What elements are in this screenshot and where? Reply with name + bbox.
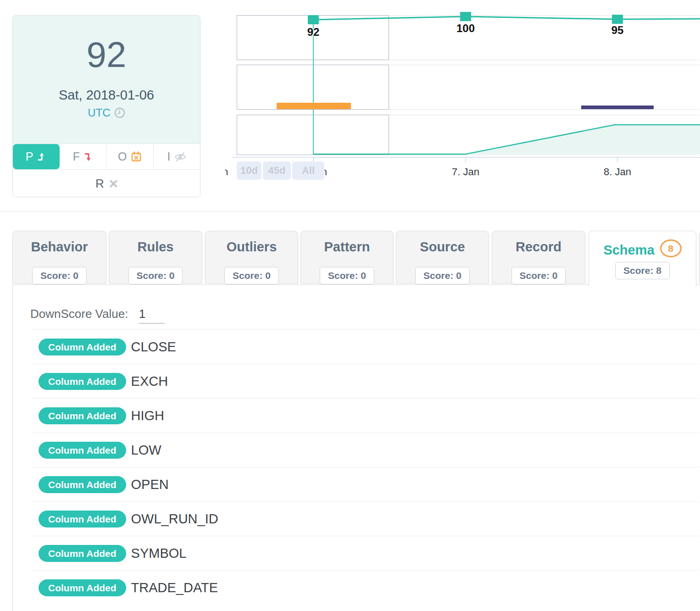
x-mark-icon [110, 180, 117, 188]
score-filter-buttons: P F O [13, 144, 200, 170]
tab-schema-label: Schema [603, 243, 654, 258]
column-name: CLOSE [131, 339, 176, 355]
schema-row-symbol[interactable]: Column Added SYMBOL [31, 536, 700, 570]
column-added-badge: Column Added [39, 511, 126, 528]
column-name: OPEN [131, 477, 169, 492]
score-card: 92 Sat, 2018-01-06 UTC P F [12, 15, 200, 197]
score-value: 92 [13, 16, 200, 76]
schema-row-exch[interactable]: Column Added EXCH [31, 364, 700, 398]
tab-source[interactable]: Source Score: 0 [396, 231, 489, 283]
tab-schema[interactable]: Schema8 Score: 8 [589, 231, 696, 286]
score-card-top: 92 Sat, 2018-01-06 UTC [13, 16, 200, 144]
schema-row-owl-run-id[interactable]: Column Added OWL_RUN_ID [31, 501, 700, 536]
selected-day-box-bottom[interactable] [237, 115, 389, 155]
column-name: HIGH [131, 408, 165, 423]
eye-slash-icon [174, 152, 186, 162]
downscore-row: DownScore Value: 1 [30, 307, 165, 324]
clock-icon[interactable] [114, 107, 125, 118]
column-name: LOW [131, 443, 161, 458]
tab-source-label: Source [396, 239, 489, 255]
tab-record-label: Record [492, 239, 585, 255]
tab-outliers-label: Outliers [206, 239, 298, 255]
schema-row-open[interactable]: Column Added OPEN [31, 467, 700, 501]
section-divider [0, 211, 700, 211]
axis-label-7-jan: 7. Jan [445, 166, 486, 178]
column-added-badge: Column Added [39, 442, 126, 459]
tab-rules[interactable]: Rules Score: 0 [109, 231, 202, 283]
axis-label-8-jan: 8. Jan [597, 166, 638, 178]
column-name: TRADE_DATE [131, 580, 218, 595]
tab-outliers-score: Score: 0 [224, 267, 279, 284]
data-label-95: 95 [599, 24, 636, 37]
tab-rules-score: Score: 0 [128, 267, 183, 284]
invisible-filter-button[interactable]: I [154, 144, 200, 169]
passing-filter-button[interactable]: P [13, 144, 60, 169]
zoom-label-clipped: Zoom [225, 166, 230, 178]
range-button-45d[interactable]: 45d [263, 161, 291, 180]
column-added-badge: Column Added [39, 407, 126, 424]
arrow-down-hook-icon [84, 152, 93, 161]
tab-schema-score: Score: 8 [615, 262, 670, 279]
tab-source-score: Score: 0 [415, 267, 470, 284]
schema-row-close[interactable]: Column Added CLOSE [31, 329, 700, 364]
passing-filter-label: P [26, 150, 33, 163]
failing-filter-button[interactable]: F [60, 144, 106, 169]
downscore-label: DownScore Value: [30, 307, 128, 321]
tab-record[interactable]: Record Score: 0 [492, 231, 585, 283]
selected-day-box-middle[interactable] [237, 65, 389, 110]
timezone-label: UTC [88, 106, 110, 119]
data-label-100: 100 [447, 22, 484, 35]
tab-pattern-score: Score: 0 [320, 267, 374, 284]
schema-row-trade-date[interactable]: Column Added TRADE_DATE [31, 570, 700, 605]
schema-row-high[interactable]: Column Added HIGH [31, 398, 700, 433]
reset-row[interactable]: R [13, 170, 200, 197]
column-added-badge: Column Added [39, 476, 126, 493]
tab-outliers[interactable]: Outliers Score: 0 [205, 231, 298, 283]
range-button-10d[interactable]: 10d [237, 161, 261, 180]
reset-label: R [95, 177, 104, 191]
tab-record-score: Score: 0 [511, 267, 566, 284]
outage-filter-label: O [118, 150, 127, 163]
downscore-value-input[interactable]: 1 [139, 307, 165, 324]
tab-pattern-label: Pattern [301, 239, 393, 255]
schema-panel: DownScore Value: 1 Column Added CLOSE Co… [12, 284, 700, 611]
column-added-badge: Column Added [39, 339, 126, 355]
tab-behavior-label: Behavior [13, 239, 106, 255]
tab-pattern[interactable]: Pattern Score: 0 [300, 231, 394, 283]
failing-filter-label: F [73, 150, 80, 163]
column-name: EXCH [131, 374, 168, 389]
schema-row-low[interactable]: Column Added LOW [31, 433, 700, 467]
tab-behavior-score: Score: 0 [32, 267, 87, 284]
tab-rules-label: Rules [109, 239, 202, 255]
column-name: OWL_RUN_ID [131, 511, 218, 527]
score-date: Sat, 2018-01-06 [13, 88, 200, 103]
column-added-badge: Column Added [39, 579, 126, 596]
range-button-all[interactable]: All [292, 161, 324, 180]
invisible-filter-label: I [167, 150, 170, 163]
schema-change-list: Column Added CLOSE Column Added EXCH Col… [31, 329, 700, 605]
range-selector: 10d 45d All [237, 161, 324, 180]
calendar-x-icon [131, 151, 142, 162]
data-label-92: 92 [295, 26, 332, 39]
column-added-badge: Column Added [39, 545, 126, 562]
column-added-badge: Column Added [39, 373, 126, 390]
arrow-up-hook-icon [37, 152, 46, 161]
tab-behavior[interactable]: Behavior Score: 0 [12, 231, 106, 283]
outage-filter-button[interactable]: O [107, 144, 154, 169]
schema-count-badge: 8 [660, 239, 682, 257]
column-name: SYMBOL [131, 546, 187, 561]
